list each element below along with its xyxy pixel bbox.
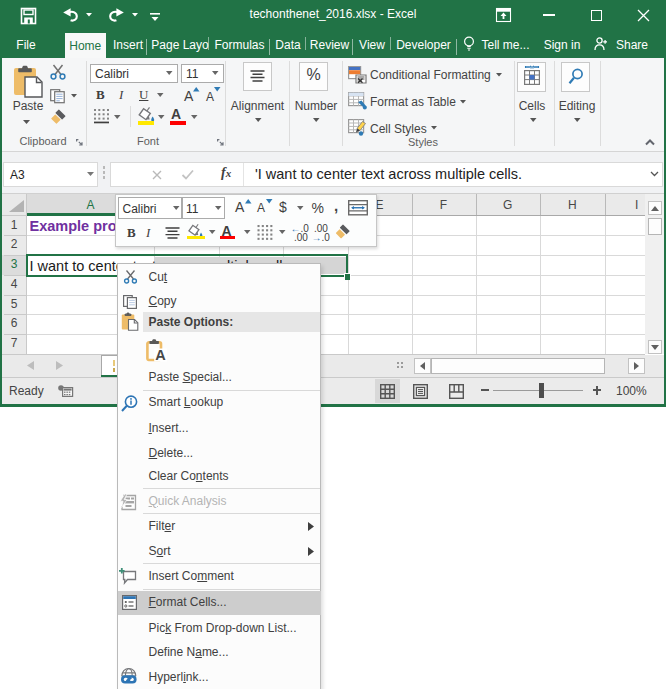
svg-text:A: A [156, 347, 167, 363]
